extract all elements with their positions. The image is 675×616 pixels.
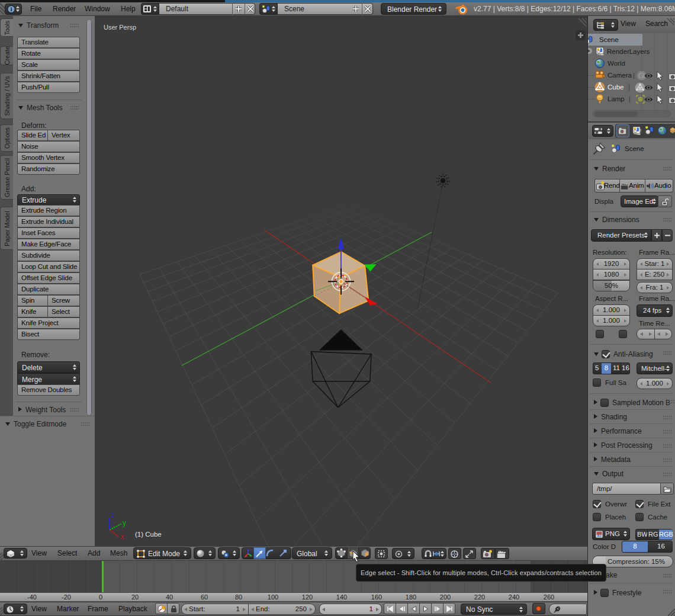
svg-text:i: i (11, 6, 12, 12)
svg-text:z: z (111, 511, 115, 519)
svg-text:x: x (121, 532, 124, 541)
svg-text:y: y (123, 519, 126, 527)
